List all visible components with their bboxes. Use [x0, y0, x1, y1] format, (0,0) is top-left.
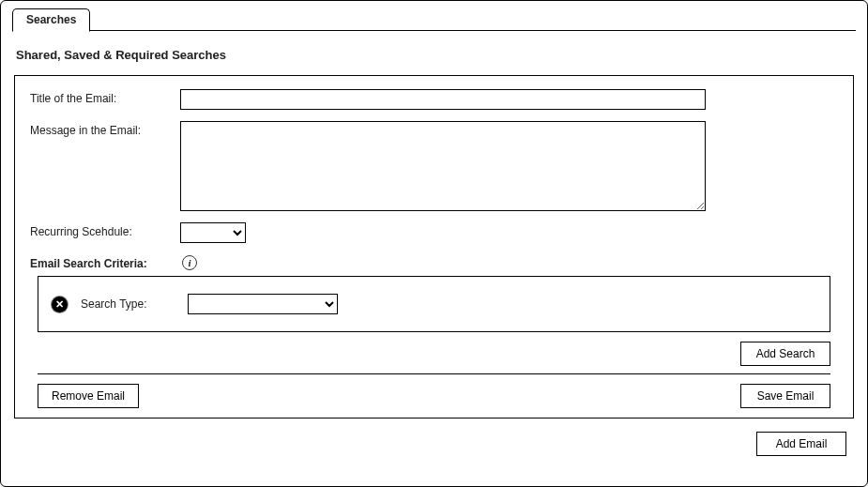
label-schedule: Recurring Scehdule:: [30, 222, 180, 238]
row-add-email: Add Email: [12, 432, 846, 456]
criteria-row: ✕ Search Type:: [52, 294, 816, 314]
remove-email-button[interactable]: Remove Email: [38, 384, 139, 408]
remove-criteria-icon[interactable]: ✕: [52, 297, 68, 312]
email-form-panel: Title of the Email: Message in the Email…: [14, 75, 854, 419]
info-glyph: i: [188, 258, 190, 268]
tab-row: Searches: [12, 8, 856, 31]
add-email-button[interactable]: Add Email: [756, 432, 846, 456]
info-icon[interactable]: i: [182, 255, 197, 270]
row-message: Message in the Email:: [30, 121, 838, 211]
label-title: Title of the Email:: [30, 89, 180, 105]
criteria-box: ✕ Search Type:: [38, 276, 830, 332]
save-email-button[interactable]: Save Email: [740, 384, 830, 408]
add-search-button[interactable]: Add Search: [740, 342, 830, 366]
searches-panel: Searches Shared, Saved & Required Search…: [0, 0, 868, 487]
input-email-message[interactable]: [180, 121, 706, 211]
input-email-title[interactable]: [180, 89, 706, 110]
divider: [38, 373, 830, 374]
label-message: Message in the Email:: [30, 121, 180, 137]
tab-underline: [12, 30, 856, 31]
row-criteria-heading: Email Search Criteria: i: [30, 254, 838, 270]
remove-glyph: ✕: [55, 299, 64, 310]
row-email-actions: Remove Email Save Email: [38, 384, 830, 408]
row-schedule: Recurring Scehdule:: [30, 222, 838, 243]
section-title: Shared, Saved & Required Searches: [16, 48, 856, 62]
label-criteria-heading: Email Search Criteria:: [30, 254, 180, 270]
tab-searches-label: Searches: [26, 13, 76, 26]
tab-searches[interactable]: Searches: [12, 8, 90, 32]
label-search-type: Search Type:: [81, 297, 175, 311]
row-title: Title of the Email:: [30, 89, 838, 110]
select-search-type[interactable]: [188, 294, 338, 314]
select-recurring-schedule[interactable]: [180, 222, 246, 243]
row-add-search: Add Search: [38, 342, 830, 366]
